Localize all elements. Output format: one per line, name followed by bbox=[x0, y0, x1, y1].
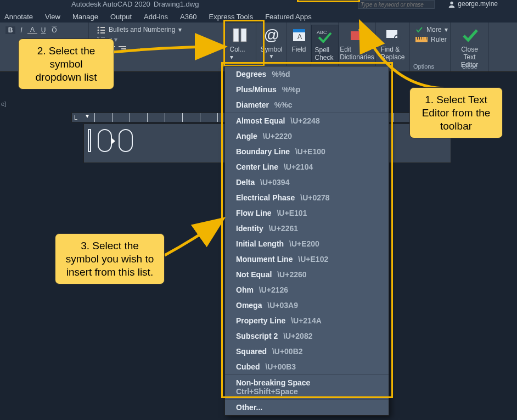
at-icon: @ bbox=[263, 26, 279, 44]
svg-rect-20 bbox=[241, 29, 246, 42]
symbol-item-label: Subscript 2 bbox=[236, 332, 278, 340]
symbol-item-flow-line[interactable]: Flow Line \U+E101 bbox=[225, 205, 389, 221]
callout-3: 3. Select the symbol you wish to insert … bbox=[55, 233, 165, 284]
spell-check-button[interactable]: ABC Spell Check bbox=[311, 25, 339, 63]
svg-point-0 bbox=[451, 2, 453, 4]
symbol-item-label: Flow Line bbox=[236, 209, 272, 217]
symbol-label: Symbol bbox=[261, 46, 283, 53]
svg-point-5 bbox=[98, 32, 99, 34]
symbol-item-subscript-2[interactable]: Subscript 2 \U+2082 bbox=[225, 328, 389, 344]
bullets-numbering[interactable]: Bullets and Numbering ▾ bbox=[94, 25, 184, 35]
symbol-item-omega[interactable]: Omega \U+03A9 bbox=[225, 298, 389, 313]
symbol-item-code: %%p bbox=[277, 85, 300, 94]
svg-rect-4 bbox=[100, 30, 105, 31]
symbol-item-initial-length[interactable]: Initial Length \U+E200 bbox=[225, 236, 389, 251]
symbol-item-identity[interactable]: Identity \U+2261 bbox=[225, 221, 389, 236]
columns-icon bbox=[232, 27, 248, 43]
symbol-item-code: \U+2220 bbox=[257, 132, 292, 141]
menu-manage[interactable]: Manage bbox=[72, 13, 98, 21]
symbol-item-label: Angle bbox=[236, 132, 257, 141]
svg-rect-22 bbox=[293, 29, 305, 32]
field-button[interactable]: A Field bbox=[286, 25, 312, 54]
ruler-l-marker: L bbox=[72, 114, 77, 121]
symbol-dropdown[interactable]: Degrees %%dPlus/Minus %%pDiameter %%cAlm… bbox=[224, 66, 389, 416]
svg-rect-7 bbox=[101, 37, 105, 38]
symbol-item-squared[interactable]: Squared \U+00B2 bbox=[225, 344, 389, 359]
symbol-item-center-line[interactable]: Center Line \U+2104 bbox=[225, 159, 389, 175]
field-icon: A bbox=[292, 28, 306, 42]
left-hint: e] bbox=[1, 100, 6, 107]
symbol-item-ohm[interactable]: Ohm \U+2126 bbox=[225, 282, 389, 298]
svg-text:ABC: ABC bbox=[317, 30, 327, 35]
symbol-item-monument-line[interactable]: Monument Line \U+E102 bbox=[225, 251, 389, 267]
symbol-item-label: Cubed bbox=[236, 362, 260, 371]
symbol-item-not-equal[interactable]: Not Equal \U+2260 bbox=[225, 267, 389, 282]
symbol-item-code: \U+03A9 bbox=[262, 301, 298, 310]
symbol-item-angle[interactable]: Angle \U+2220 bbox=[225, 128, 389, 144]
symbol-item-label: Degrees bbox=[236, 70, 266, 79]
check-icon-large bbox=[462, 28, 478, 42]
menu-a360[interactable]: A360 bbox=[180, 13, 196, 21]
symbol-item-code: %%c bbox=[269, 100, 293, 109]
menu-annotate[interactable]: Annotate bbox=[4, 13, 33, 21]
symbol-item-label: Identity bbox=[236, 224, 263, 233]
symbol-item-electrical-phase[interactable]: Electrical Phase \U+0278 bbox=[225, 190, 389, 205]
menu-view[interactable]: View bbox=[45, 13, 60, 21]
symbol-item-code: \U+E101 bbox=[272, 209, 307, 217]
symbol-item-boundary-line[interactable]: Boundary Line \U+E100 bbox=[225, 144, 389, 159]
bullets-label: Bullets and Numbering bbox=[109, 26, 175, 33]
bullets-icon bbox=[97, 26, 105, 33]
paragraph-indent-icon[interactable]: ▾ bbox=[86, 112, 89, 120]
symbol-item-label: Boundary Line bbox=[236, 147, 290, 156]
symbol-item-label: Plus/Minus bbox=[236, 85, 277, 94]
symbol-item-label: Non-breaking Space bbox=[236, 378, 310, 387]
symbol-item-other-[interactable]: Other... bbox=[225, 400, 389, 415]
symbol-item-cubed[interactable]: Cubed \U+00B3 bbox=[225, 359, 389, 374]
svg-rect-19 bbox=[233, 29, 239, 42]
symbol-item-label: Omega bbox=[236, 301, 262, 310]
menu-express-tools[interactable]: Express Tools bbox=[209, 13, 253, 21]
symbol-item-label: Property Line bbox=[236, 316, 285, 325]
symbol-item-label: Not Equal bbox=[236, 270, 272, 279]
user-name: george.myine bbox=[458, 0, 498, 8]
menu-featured-apps[interactable]: Featured Apps bbox=[265, 13, 312, 21]
symbol-item-label: Ohm bbox=[236, 285, 254, 294]
arrow-2 bbox=[110, 44, 231, 60]
menu-add-ins[interactable]: Add-ins bbox=[144, 13, 168, 21]
svg-rect-2 bbox=[100, 27, 105, 28]
drawing-name: Drawing1.dwg bbox=[154, 0, 199, 8]
keyword-search[interactable] bbox=[358, 0, 435, 9]
menu-output[interactable]: Output bbox=[110, 13, 132, 21]
symbol-item-code: \U+2126 bbox=[254, 285, 288, 294]
callout-1: 1. Select Text Editor from the toolbar bbox=[409, 87, 503, 138]
svg-point-1 bbox=[98, 27, 99, 29]
svg-rect-34 bbox=[88, 130, 91, 152]
symbol-item-non-breaking-space[interactable]: Non-breaking Space Ctrl+Shift+Space bbox=[225, 375, 389, 399]
symbol-item-code: %%d bbox=[266, 70, 290, 79]
font-buttons[interactable]: B I A U O bbox=[3, 25, 61, 35]
symbol-item-label: Diameter bbox=[236, 100, 269, 109]
symbol-item-code: \U+2260 bbox=[272, 270, 306, 279]
symbol-item-label: Squared bbox=[236, 347, 267, 356]
svg-rect-36 bbox=[119, 130, 132, 152]
symbol-item-almost-equal[interactable]: Almost Equal \U+2248 bbox=[225, 113, 389, 128]
symbol-item-label: Monument Line bbox=[236, 255, 293, 264]
symbol-item-property-line[interactable]: Property Line \U+214A bbox=[225, 313, 389, 328]
symbol-button[interactable]: @ Symbol ▼ bbox=[257, 25, 286, 60]
symbol-item-code: \U+00B2 bbox=[267, 347, 303, 356]
symbol-item-code: \U+0278 bbox=[295, 193, 329, 202]
symbol-item-code: \U+E100 bbox=[290, 147, 325, 156]
symbol-item-code: \U+2104 bbox=[278, 163, 313, 171]
symbol-item-label: Center Line bbox=[236, 163, 278, 171]
symbol-item-label: Almost Equal bbox=[236, 116, 285, 125]
symbol-item-delta[interactable]: Delta \U+0394 bbox=[225, 175, 389, 190]
arrow-3 bbox=[162, 217, 228, 261]
user-label[interactable]: george.myine bbox=[448, 0, 498, 8]
symbol-item-label: Initial Length bbox=[236, 239, 284, 248]
symbol-item-label: Other... bbox=[236, 403, 262, 412]
svg-point-3 bbox=[98, 30, 99, 31]
symbol-item-code: \U+00B3 bbox=[260, 362, 296, 371]
callout-2: 2. Select the symbol dropdown list bbox=[18, 38, 114, 89]
symbol-item-diameter[interactable]: Diameter %%c bbox=[225, 97, 389, 113]
columns-label: Col... ▾ bbox=[230, 46, 250, 61]
